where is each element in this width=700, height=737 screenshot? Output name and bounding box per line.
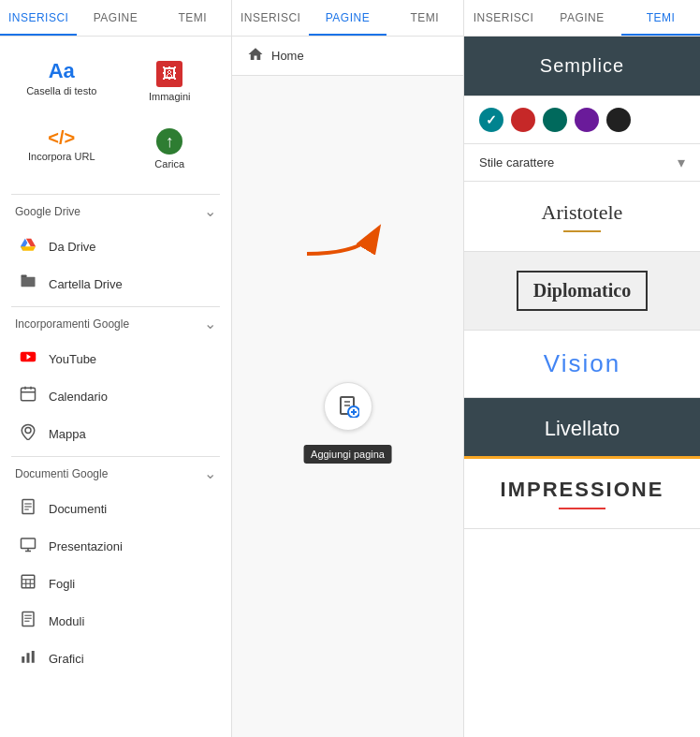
- svg-rect-26: [27, 653, 30, 663]
- add-page-tooltip: Aggiungi pagina: [303, 445, 392, 464]
- svg-point-8: [25, 428, 31, 434]
- mid-panel: INSERISCI PAGINE TEMI Home: [232, 0, 464, 737]
- svg-rect-4: [22, 388, 36, 401]
- svg-rect-1: [22, 277, 36, 287]
- font-style-selector[interactable]: Stile carattere ▾: [464, 144, 700, 182]
- left-tab-temi[interactable]: TEMI: [154, 0, 231, 36]
- right-tab-pagine[interactable]: PAGINE: [543, 0, 621, 36]
- sidebar-item-cartella-drive[interactable]: Cartella Drive: [11, 265, 220, 302]
- font-style-label: Stile carattere: [479, 155, 554, 170]
- color-teal[interactable]: [479, 108, 503, 132]
- left-panel: INSERISCI PAGINE TEMI Aa Casella di test…: [0, 0, 232, 737]
- mid-tab-inserisci[interactable]: INSERISCI: [232, 0, 309, 36]
- breadcrumb-label: Home: [271, 49, 304, 63]
- slides-icon: [19, 536, 37, 556]
- theme-card-semplice[interactable]: Semplice: [464, 37, 700, 96]
- insert-testo-label: Casella di testo: [26, 85, 96, 96]
- folder-drive-icon: [19, 273, 37, 294]
- map-icon: [19, 423, 37, 444]
- home-icon: [247, 46, 264, 66]
- sidebar-item-da-drive[interactable]: Da Drive: [11, 228, 220, 265]
- charts-icon: [19, 648, 37, 669]
- theme-card-aristotele[interactable]: Aristotele: [464, 182, 700, 252]
- incorporamenti-chevron: ⌄: [204, 315, 216, 332]
- color-red[interactable]: [511, 108, 535, 132]
- google-drive-chevron: ⌄: [204, 202, 216, 220]
- youtube-icon: [19, 348, 37, 369]
- right-panel: INSERISCI PAGINE TEMI Semplice Stile car…: [464, 0, 700, 737]
- insert-url-label: Incorpora URL: [28, 151, 95, 162]
- color-green[interactable]: [543, 108, 567, 132]
- mid-tabs: INSERISCI PAGINE TEMI: [232, 0, 463, 37]
- left-content: Aa Casella di testo 🖼 Immagini </> Incor…: [0, 37, 231, 737]
- insert-grid: Aa Casella di testo 🖼 Immagini </> Incor…: [11, 52, 220, 179]
- calendar-icon: [19, 386, 37, 406]
- sidebar-item-fogli[interactable]: Fogli: [11, 565, 220, 602]
- section-documenti-header[interactable]: Documenti Google ⌄: [11, 456, 220, 490]
- insert-testo[interactable]: Aa Casella di testo: [11, 52, 112, 111]
- right-tab-inserisci[interactable]: INSERISCI: [464, 0, 543, 36]
- text-icon: Aa: [49, 61, 75, 81]
- arrow-annotation: [288, 179, 401, 275]
- drive-icon: [19, 236, 37, 257]
- theme-card-vision[interactable]: Vision: [464, 331, 700, 398]
- svg-rect-27: [32, 651, 35, 663]
- color-purple[interactable]: [575, 108, 599, 132]
- sidebar-item-mappa[interactable]: Mappa: [11, 415, 220, 452]
- theme-card-diplomatico[interactable]: Diplomatico: [464, 252, 700, 331]
- left-tab-pagine[interactable]: PAGINE: [77, 0, 153, 36]
- right-tab-temi[interactable]: TEMI: [621, 0, 700, 36]
- sidebar-item-moduli[interactable]: Moduli: [11, 602, 220, 640]
- url-icon: </>: [48, 128, 75, 147]
- color-black[interactable]: [606, 108, 631, 132]
- mid-content: Aggiungi pagina: [232, 76, 463, 737]
- theme-card-livellato[interactable]: Livellato: [464, 398, 700, 459]
- add-page-button[interactable]: Aggiungi pagina: [324, 382, 372, 431]
- font-style-chevron-icon: ▾: [678, 154, 685, 171]
- svg-rect-25: [22, 656, 24, 663]
- theme-color-options: [464, 96, 700, 144]
- sidebar-item-grafici[interactable]: Grafici: [11, 640, 220, 677]
- insert-immagini-label: Immagini: [149, 91, 191, 102]
- left-tab-inserisci[interactable]: INSERISCI: [0, 0, 77, 36]
- sidebar-item-calendario[interactable]: Calendario: [11, 377, 220, 415]
- diplomatico-inner: Diplomatico: [517, 271, 648, 311]
- section-incorporamenti-header[interactable]: Incorporamenti Google ⌄: [11, 306, 220, 340]
- sidebar-item-documenti[interactable]: Documenti: [11, 490, 220, 527]
- svg-rect-13: [22, 538, 36, 549]
- mid-tab-temi[interactable]: TEMI: [386, 0, 463, 36]
- sidebar-item-youtube[interactable]: YouTube: [11, 340, 220, 377]
- breadcrumb: Home: [232, 37, 463, 76]
- documenti-chevron: ⌄: [204, 464, 216, 482]
- upload-icon: ↑: [156, 128, 182, 155]
- svg-rect-16: [22, 575, 35, 588]
- mid-tab-pagine[interactable]: PAGINE: [309, 0, 386, 36]
- insert-url[interactable]: </> Incorpora URL: [11, 119, 112, 179]
- docs-icon: [19, 498, 37, 519]
- svg-rect-21: [22, 612, 34, 626]
- insert-immagini[interactable]: 🖼 Immagini: [120, 52, 221, 111]
- sheets-icon: [19, 573, 37, 594]
- sidebar-item-presentazioni[interactable]: Presentazioni: [11, 527, 220, 565]
- theme-card-impressione[interactable]: IMPRESSIONE: [464, 459, 700, 529]
- section-google-drive-header[interactable]: Google Drive ⌄: [11, 194, 220, 228]
- insert-carica[interactable]: ↑ Carica: [120, 119, 221, 179]
- forms-icon: [19, 611, 37, 631]
- right-tabs: INSERISCI PAGINE TEMI: [464, 0, 700, 37]
- insert-carica-label: Carica: [154, 158, 184, 170]
- left-tabs: INSERISCI PAGINE TEMI: [0, 0, 231, 37]
- image-icon: 🖼: [156, 61, 182, 87]
- right-content: Semplice Stile carattere ▾ Aristotele Di…: [464, 37, 700, 737]
